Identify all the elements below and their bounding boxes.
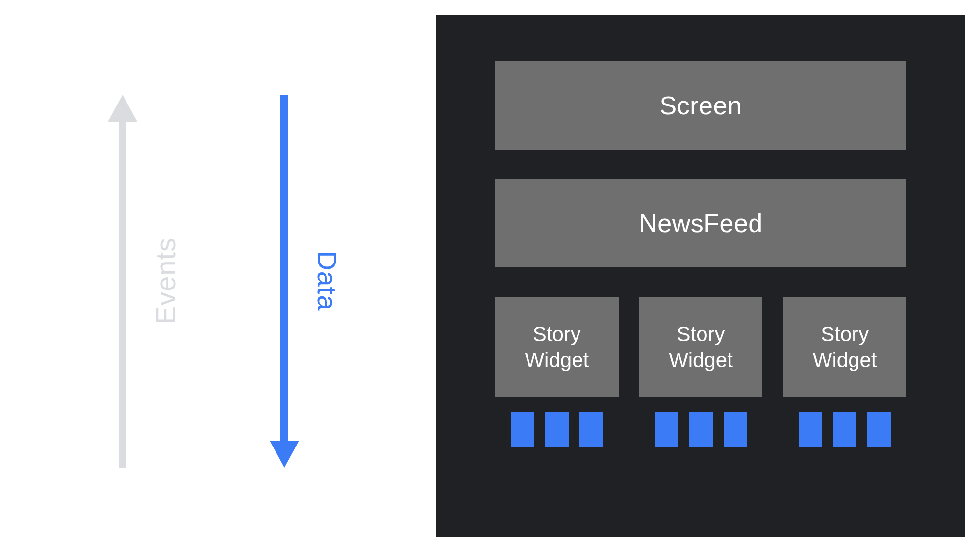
screen-box: Screen	[495, 61, 906, 150]
story-widget-box: Story Widget	[495, 297, 619, 397]
left-panel: Events Data	[15, 15, 436, 537]
data-label: Data	[311, 251, 343, 311]
blue-item	[511, 412, 534, 447]
arrow-up-icon	[108, 95, 137, 468]
story-column-1: Story Widget	[639, 297, 763, 447]
blue-item	[867, 412, 891, 447]
blue-item	[545, 412, 569, 447]
blue-row	[783, 412, 906, 447]
story-widget-box: Story Widget	[783, 297, 906, 397]
story-widgets-row: Story Widget Story Widget Story Widget	[495, 297, 906, 447]
blue-item	[833, 412, 856, 447]
diagram-container: Events Data Screen NewsFeed Story Widget	[0, 0, 980, 552]
newsfeed-box: NewsFeed	[495, 179, 906, 267]
right-panel: Screen NewsFeed Story Widget Story Widge…	[436, 15, 965, 537]
blue-row	[639, 412, 763, 447]
story-column-0: Story Widget	[495, 297, 619, 447]
blue-item	[689, 412, 713, 447]
events-label: Events	[150, 237, 181, 324]
blue-item	[799, 412, 822, 447]
blue-item	[579, 412, 603, 447]
blue-item	[724, 412, 747, 447]
data-arrow-group: Data	[270, 95, 343, 468]
blue-row	[495, 412, 619, 447]
events-arrow-group: Events	[108, 95, 181, 468]
arrow-down-icon	[270, 95, 299, 468]
blue-item	[655, 412, 678, 447]
story-widget-box: Story Widget	[639, 297, 763, 397]
story-column-2: Story Widget	[783, 297, 906, 447]
